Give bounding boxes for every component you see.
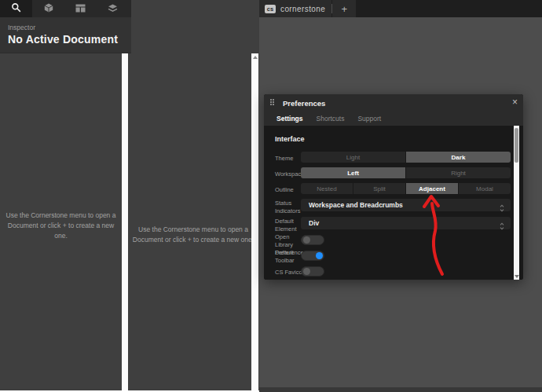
workspace-option-right[interactable]: Right — [406, 167, 511, 178]
cornerstone-tab[interactable]: cs cornerstone — [259, 0, 331, 17]
tab-settings[interactable]: Settings — [276, 115, 303, 123]
document-panel: Use the Cornerstone menu to open a Docum… — [0, 0, 122, 390]
status-indicators-label: Status Indicators — [275, 200, 300, 215]
document-panel-scrollbar[interactable] — [122, 35, 128, 390]
preferences-content: Interface Theme Light Dark Workspace Lef… — [264, 126, 523, 280]
outline-segmented-control: Nested Split Adjacent Modal — [301, 183, 511, 194]
table-icon — [75, 2, 86, 16]
inspector-toolbar — [0, 0, 131, 17]
inspector-panel: Use the Cornerstone menu to open a Docum… — [128, 0, 259, 390]
toggle-knob — [303, 268, 310, 275]
preferences-scrollbar[interactable] — [514, 126, 519, 280]
select-updown-icon — [500, 219, 504, 233]
workspace-option-left[interactable]: Left — [301, 167, 405, 178]
outline-option-modal[interactable]: Modal — [459, 183, 511, 194]
drag-handle-icon[interactable] — [270, 99, 276, 106]
preferences-dialog: Preferences × Settings Shortcuts Support… — [264, 94, 523, 280]
toggle-knob — [303, 236, 310, 244]
scroll-down-icon[interactable] — [515, 275, 519, 278]
status-indicators-value: Workspace and Breadcrumbs — [309, 201, 403, 209]
outline-option-nested[interactable]: Nested — [301, 183, 353, 194]
select-updown-icon — [500, 201, 504, 215]
layers-icon — [108, 2, 118, 16]
search-tab[interactable] — [0, 0, 32, 17]
tab-title: cornerstone — [280, 5, 325, 13]
tab-support[interactable]: Support — [357, 115, 381, 123]
document-empty-message: Use the Cornerstone menu to open a Docum… — [2, 211, 119, 242]
toggle-knob — [316, 252, 323, 259]
search-icon — [11, 2, 21, 16]
default-element-select[interactable]: Div — [301, 217, 511, 229]
outline-label: Outline — [275, 186, 300, 194]
inspector-panel-label: Inspector — [8, 24, 35, 31]
cs-badge-icon: cs — [265, 5, 276, 13]
theme-label: Theme — [275, 155, 300, 163]
preference-toolbar-label: Preference Toolbar — [275, 249, 300, 265]
workspace-label: Workspace — [275, 170, 300, 178]
default-element-value: Div — [309, 219, 319, 227]
tab-strip: cs cornerstone + — [259, 0, 542, 17]
inspector-empty-message: Use the Cornerstone menu to open a Docum… — [131, 225, 255, 245]
structure-tab[interactable] — [64, 0, 97, 17]
section-interface: Interface — [275, 135, 305, 143]
status-indicators-select[interactable]: Workspace and Breadcrumbs — [301, 199, 511, 211]
theme-option-light[interactable]: Light — [301, 152, 405, 163]
preferences-titlebar[interactable]: Preferences × — [264, 94, 523, 111]
cs-favicon-toggle[interactable] — [301, 266, 324, 277]
scrollbar-thumb[interactable] — [515, 128, 518, 163]
preference-toolbar-toggle[interactable] — [301, 251, 324, 261]
open-library-default-toggle[interactable] — [301, 235, 324, 245]
default-element-label: Default Element — [275, 218, 300, 233]
inspector-panel-title: No Active Document — [8, 33, 118, 46]
theme-segmented-control: Light Dark — [301, 152, 511, 163]
close-icon[interactable]: × — [512, 97, 518, 108]
theme-option-dark[interactable]: Dark — [406, 152, 511, 163]
outline-option-adjacent[interactable]: Adjacent — [406, 183, 458, 194]
workspace-segmented-control: Left Right — [301, 167, 511, 178]
outline-option-split[interactable]: Split — [353, 183, 405, 194]
inspector-panel-header: Inspector No Active Document — [0, 17, 131, 53]
new-tab-button[interactable]: + — [332, 0, 356, 17]
inspector-panel-scrollbar[interactable] — [251, 53, 258, 390]
window-bottom-edge — [259, 387, 542, 392]
preferences-title: Preferences — [283, 99, 325, 108]
components-tab[interactable] — [32, 0, 64, 17]
scroll-up-icon[interactable] — [253, 56, 258, 59]
app-screen: Use the Cornerstone menu to open a Docum… — [0, 0, 542, 392]
layers-tab[interactable] — [97, 0, 129, 17]
preferences-tabs: Settings Shortcuts Support — [264, 111, 523, 126]
cube-icon — [44, 2, 53, 16]
tab-shortcuts[interactable]: Shortcuts — [317, 115, 345, 123]
